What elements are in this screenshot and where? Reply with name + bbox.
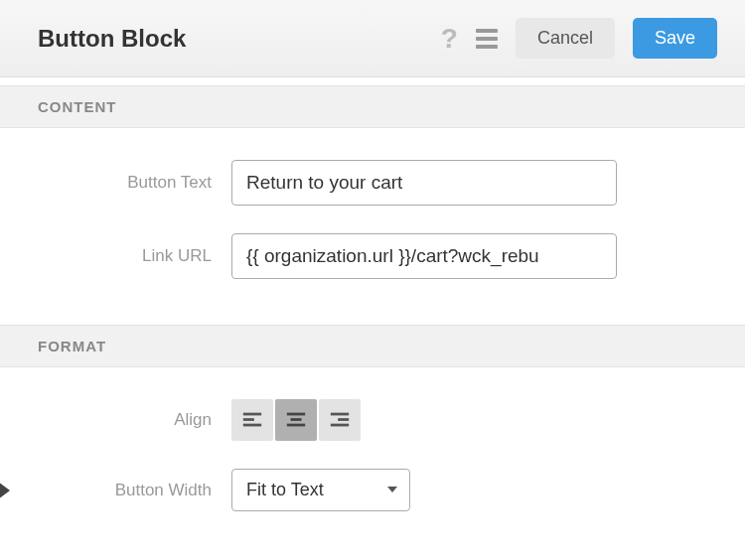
side-arrow-icon [0, 482, 10, 499]
menu-icon[interactable] [476, 27, 498, 51]
section-heading-content: CONTENT [38, 98, 707, 115]
svg-rect-0 [243, 413, 261, 416]
header-actions: ? Cancel Save [441, 18, 717, 59]
panel-title: Button Block [38, 25, 186, 53]
input-link-url[interactable] [231, 233, 617, 279]
field-row-button-width: Button Width [0, 455, 745, 525]
section-header-format: FORMAT [0, 325, 745, 367]
svg-rect-8 [331, 424, 349, 427]
svg-rect-3 [287, 413, 305, 416]
help-icon[interactable]: ? [441, 23, 458, 55]
align-right-icon [329, 409, 351, 431]
input-button-text[interactable] [231, 160, 617, 206]
select-button-width[interactable] [231, 469, 410, 511]
save-button[interactable]: Save [633, 18, 717, 59]
content-section: Button Text Link URL [0, 128, 745, 317]
label-button-text: Button Text [38, 173, 212, 193]
label-link-url: Link URL [38, 246, 212, 266]
panel-header: Button Block ? Cancel Save [0, 0, 745, 77]
section-header-content: CONTENT [0, 85, 745, 128]
svg-rect-1 [243, 418, 254, 421]
field-row-link-url: Link URL [0, 219, 745, 293]
align-button-group [231, 399, 361, 441]
align-right-button[interactable] [319, 399, 361, 441]
label-align: Align [38, 410, 212, 430]
select-button-width-wrap [231, 469, 410, 511]
align-center-icon [285, 409, 307, 431]
align-left-icon [241, 409, 263, 431]
cancel-button[interactable]: Cancel [516, 18, 615, 59]
section-heading-format: FORMAT [38, 338, 707, 354]
label-button-width: Button Width [38, 481, 212, 500]
align-left-button[interactable] [231, 399, 273, 441]
field-row-align: Align [0, 385, 745, 455]
svg-rect-4 [291, 418, 302, 421]
svg-rect-7 [338, 418, 349, 421]
format-section: Align [0, 367, 745, 549]
svg-rect-2 [243, 424, 261, 427]
svg-rect-6 [331, 413, 349, 416]
svg-rect-5 [287, 424, 305, 427]
field-row-button-text: Button Text [0, 146, 745, 219]
align-center-button[interactable] [275, 399, 317, 441]
